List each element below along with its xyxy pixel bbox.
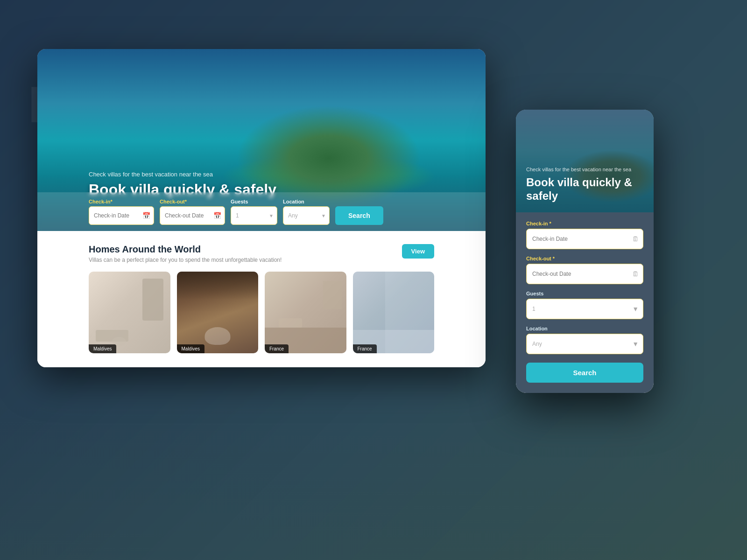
guests-input-wrap: 1 2 3 4 ▼ (231, 206, 277, 225)
mobile-checkin-wrap: 🗓 (526, 229, 643, 249)
checkout-label: Check-out* (160, 199, 225, 204)
property-label-3: France (265, 344, 289, 353)
mobile-location-select[interactable]: Any Maldives France Trance (526, 334, 643, 354)
mobile-checkout-field: Check-out * 🗓 (526, 256, 643, 284)
property-label-1: Maldives (89, 344, 116, 353)
mobile-checkout-wrap: 🗓 (526, 264, 643, 284)
mobile-checkin-input[interactable] (526, 229, 643, 249)
checkin-label: Check-in* (89, 199, 154, 204)
homes-subtitle: Villas can be a perfect place for you to… (89, 257, 282, 263)
hero-subtitle: Check villas for the best vacation near … (89, 171, 276, 178)
mobile-location-label: Location (526, 326, 643, 331)
mobile-guests-field: Guests 1 2 3 ▼ (526, 291, 643, 319)
property-card-1[interactable]: Maldives (89, 272, 170, 353)
mobile-guests-label: Guests (526, 291, 643, 296)
property-label-2: Maldives (177, 344, 204, 353)
mobile-hero-title: Book villa quickly & safely (526, 176, 643, 203)
mobile-location-wrap: Any Maldives France Trance ▼ (526, 334, 643, 354)
main-desktop-card: Check villas for the best vacation near … (37, 49, 486, 367)
guests-field: Guests 1 2 3 4 ▼ (231, 199, 277, 225)
guests-select[interactable]: 1 2 3 4 (231, 206, 277, 225)
mobile-location-field: Location Any Maldives France Trance ▼ (526, 326, 643, 354)
checkin-input-wrap: 📅 (89, 206, 154, 225)
mobile-checkout-input[interactable] (526, 264, 643, 284)
property-grid: Maldives Maldives France (89, 272, 434, 353)
checkin-field: Check-in* 📅 (89, 199, 154, 225)
search-bar: Check-in* 📅 Check-out* 📅 Guests (37, 192, 486, 231)
checkin-input[interactable] (89, 206, 154, 225)
homes-text: Homes Around the World Villas can be a p… (89, 244, 282, 263)
mobile-checkin-label: Check-in * (526, 221, 643, 226)
mobile-search-button[interactable]: Search (526, 363, 643, 383)
checkout-field: Check-out* 📅 (160, 199, 225, 225)
mobile-checkin-field: Check-in * 🗓 (526, 221, 643, 249)
mobile-hero-content: Check villas for the best vacation near … (526, 166, 643, 203)
background-building (0, 397, 747, 560)
property-card-3[interactable]: France (265, 272, 346, 353)
location-select[interactable]: Any Maldives France Trance (283, 206, 330, 225)
guests-label: Guests (231, 199, 277, 204)
homes-title: Homes Around the World (89, 244, 282, 255)
mobile-card: Check villas for the best vacation near … (516, 110, 654, 393)
mobile-checkout-label: Check-out * (526, 256, 643, 261)
property-card-4[interactable]: France (353, 272, 435, 353)
search-button[interactable]: Search (335, 206, 383, 225)
mobile-form: Check-in * 🗓 Check-out * 🗓 Guests 1 2 (516, 212, 654, 393)
property-card-2[interactable]: Maldives (177, 272, 259, 353)
mobile-hero-subtitle: Check villas for the best vacation near … (526, 166, 643, 173)
mobile-guests-select[interactable]: 1 2 3 (526, 299, 643, 319)
hero-section: Check villas for the best vacation near … (37, 49, 486, 231)
property-label-4: France (353, 344, 377, 353)
location-field: Location Any Maldives France Trance ▼ (283, 199, 330, 225)
checkout-input[interactable] (160, 206, 225, 225)
location-label: Location (283, 199, 330, 204)
mobile-hero: Check villas for the best vacation near … (516, 110, 654, 212)
checkout-input-wrap: 📅 (160, 206, 225, 225)
mobile-guests-wrap: 1 2 3 ▼ (526, 299, 643, 319)
homes-header: Homes Around the World Villas can be a p… (89, 244, 434, 263)
location-input-wrap: Any Maldives France Trance ▼ (283, 206, 330, 225)
homes-section: Homes Around the World Villas can be a p… (37, 231, 486, 367)
view-all-button[interactable]: View (402, 244, 434, 259)
